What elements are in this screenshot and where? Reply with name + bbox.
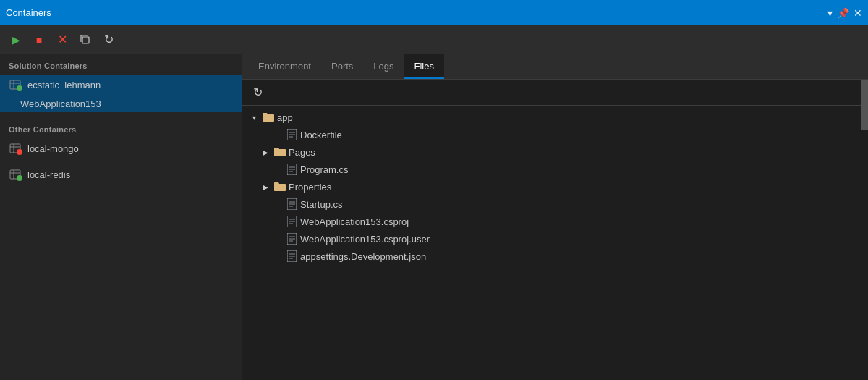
chevron-app: ▾	[248, 111, 260, 123]
svg-point-12	[17, 175, 22, 181]
container-icon-mongo	[9, 141, 23, 156]
container-item-ecstatic-lehmann[interactable]: ecstatic_lehmann	[0, 75, 242, 95]
container-item-local-redis[interactable]: local-redis	[0, 164, 242, 185]
scrollbar-thumb[interactable]	[861, 80, 868, 130]
file-icon-startupcs	[286, 198, 297, 210]
remove-button[interactable]: ✕	[52, 30, 72, 50]
container-item-local-mongo[interactable]: local-mongo	[0, 138, 242, 159]
folder-icon-pages	[274, 146, 286, 158]
doc-svg-5	[287, 233, 297, 245]
toolbar: ▶ ■ ✕ ↻	[0, 25, 868, 54]
svg-point-4	[17, 85, 22, 91]
container-red-icon	[9, 142, 22, 155]
title-bar-controls: ▾ 📌 ✕	[827, 8, 862, 18]
scrollbar-track[interactable]	[861, 80, 868, 355]
tabs-bar: Environment Ports Logs Files	[242, 54, 868, 80]
file-row-appsettings[interactable]: appsettings.Development.json	[242, 248, 868, 265]
doc-svg-4	[287, 216, 297, 227]
file-row-app[interactable]: ▾ app	[242, 109, 868, 126]
copy-icon	[80, 34, 91, 46]
file-label-startupcs: Startup.cs	[300, 199, 343, 210]
file-row-pages[interactable]: ▶ Pages	[242, 143, 868, 161]
container-name-ecstatic: ecstatic_lehmann	[27, 80, 101, 90]
file-row-csproj[interactable]: WebApplication153.csproj	[242, 213, 868, 230]
dropdown-button[interactable]: ▾	[827, 8, 833, 18]
container-child-name: WebApplication153	[20, 98, 101, 109]
doc-svg-6	[287, 250, 297, 262]
chevron-pages: ▶	[260, 146, 271, 158]
file-refresh-button[interactable]: ↻	[248, 83, 267, 102]
file-row-properties[interactable]: ▶ Properties	[242, 178, 868, 195]
file-label-pages: Pages	[289, 147, 315, 158]
folder-svg-pages	[274, 147, 286, 157]
container-name-local-mongo: local-mongo	[27, 143, 79, 154]
file-label-app: app	[277, 112, 293, 123]
file-label-properties: Properties	[289, 182, 331, 193]
file-label-csproj: WebApplication153.csproj	[300, 216, 409, 227]
main-layout: Solution Containers ecstatic_lehmann Web…	[0, 54, 868, 380]
doc-svg-2	[287, 164, 297, 175]
window-title: Containers	[6, 7, 51, 18]
file-label-programcs: Program.cs	[300, 164, 348, 175]
other-containers-header: Other Containers	[0, 118, 242, 138]
file-toolbar: ↻	[242, 80, 868, 106]
doc-svg	[287, 129, 297, 140]
stop-button[interactable]: ■	[29, 30, 49, 50]
folder-svg-props	[274, 182, 286, 192]
chevron-properties: ▶	[260, 181, 271, 193]
container-name-local-redis: local-redis	[27, 169, 70, 180]
refresh-button[interactable]: ↻	[98, 30, 119, 50]
title-bar: Containers ▾ 📌 ✕	[0, 0, 868, 25]
svg-point-8	[17, 149, 22, 155]
left-panel: Solution Containers ecstatic_lehmann Web…	[0, 54, 242, 380]
tab-environment[interactable]: Environment	[248, 54, 321, 79]
right-panel: Environment Ports Logs Files ↻	[242, 54, 868, 380]
file-label-dockerfile: Dockerfile	[300, 130, 342, 140]
tab-files[interactable]: Files	[404, 54, 444, 79]
app-window: Containers ▾ 📌 ✕ ▶ ■ ✕ ↻ Solution Contai…	[0, 0, 868, 380]
container-green-icon	[9, 78, 22, 91]
file-label-appsettings: appsettings.Development.json	[300, 251, 426, 262]
tab-ports[interactable]: Ports	[321, 54, 363, 79]
doc-svg-3	[287, 198, 297, 210]
container-icon-redis	[9, 167, 23, 182]
file-icon-csproj	[286, 216, 297, 227]
file-row-startupcs[interactable]: Startup.cs	[242, 195, 868, 213]
file-icon-dockerfile	[286, 129, 297, 140]
title-bar-left: Containers	[6, 7, 51, 18]
file-tree: ▾ app	[242, 106, 868, 380]
container-icon-ecstatic	[9, 77, 23, 92]
file-icon-appsettings	[286, 250, 297, 262]
file-row-dockerfile[interactable]: Dockerfile	[242, 126, 868, 143]
file-row-csproj-user[interactable]: WebApplication153.csproj.user	[242, 230, 868, 248]
container-green-icon-2	[9, 168, 22, 181]
folder-icon-properties	[274, 181, 286, 193]
file-icon-programcs	[286, 164, 297, 175]
file-label-csproj-user: WebApplication153.csproj.user	[300, 234, 430, 245]
tab-logs[interactable]: Logs	[363, 54, 404, 79]
close-window-button[interactable]: ✕	[854, 8, 862, 18]
copy-button[interactable]	[75, 30, 95, 50]
folder-icon-app	[263, 111, 274, 123]
pin-button[interactable]: 📌	[837, 8, 849, 18]
container-child-webapp153[interactable]: WebApplication153	[0, 95, 242, 112]
solution-containers-header: Solution Containers	[0, 54, 242, 75]
play-button[interactable]: ▶	[6, 30, 26, 50]
file-icon-csproj-user	[286, 233, 297, 245]
svg-rect-0	[82, 37, 89, 43]
folder-svg	[263, 112, 274, 122]
file-row-programcs[interactable]: Program.cs	[242, 161, 868, 178]
